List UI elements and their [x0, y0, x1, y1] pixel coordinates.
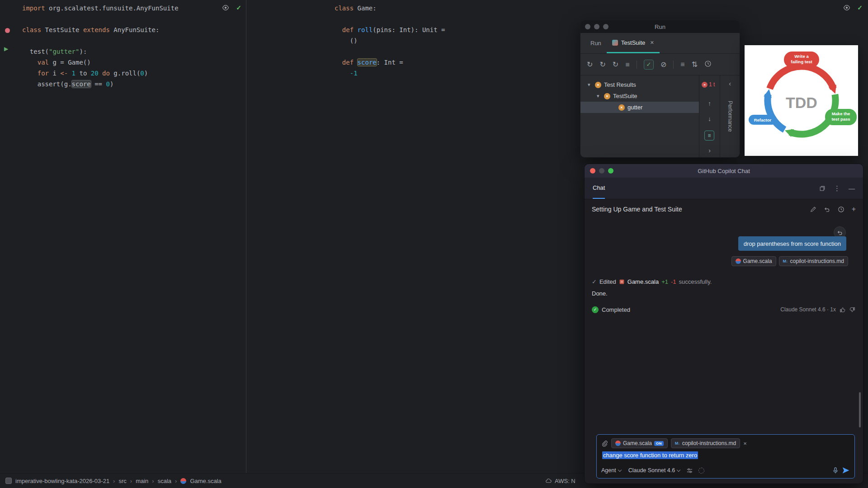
sort-by-duration-icon[interactable]: ⇅	[692, 61, 698, 68]
previous-failed-test-icon[interactable]: ↑	[699, 100, 720, 107]
thumbs-down-icon[interactable]	[849, 306, 856, 313]
chat-scrollbar[interactable]	[859, 392, 861, 427]
close-tab-icon[interactable]: ×	[650, 39, 654, 46]
aws-icon	[545, 478, 552, 484]
no-problems-icon[interactable]: ✓	[857, 4, 863, 11]
tree-label: TestSuite	[613, 93, 637, 99]
minimize-button[interactable]	[599, 168, 604, 174]
testsuite-editor-pane[interactable]: ▶ import org.scalatest.funsuite.AnyFunSu…	[0, 0, 246, 473]
run-window-titlebar[interactable]: Run	[580, 20, 740, 33]
no-problems-icon[interactable]: ✓	[236, 4, 241, 11]
minimize-button[interactable]	[594, 24, 599, 29]
crumb-scala[interactable]: scala	[158, 478, 171, 484]
mode-dropdown[interactable]: Agent	[601, 467, 621, 474]
stop-icon[interactable]: ■	[625, 61, 630, 68]
crumb-file[interactable]: Game.scala	[190, 478, 221, 484]
run-window-body: ▾ × Test Results ▾ × TestSuite × gutter …	[580, 75, 740, 157]
more-actions-icon[interactable]: ⋮	[834, 184, 840, 192]
red-arc	[770, 66, 834, 89]
attachment-chip-game-scala[interactable]: Game.scala	[731, 256, 776, 266]
thumbs-up-icon[interactable]	[839, 306, 846, 313]
autoscroll-to-source-icon[interactable]: ≡	[704, 131, 714, 141]
voice-input-icon[interactable]	[832, 467, 839, 474]
step-label: Refactor	[754, 117, 772, 122]
error-count-badge: × 1 t	[702, 81, 722, 88]
chat-session-title: Setting Up Game and Test Suite	[592, 206, 682, 213]
run-toolbar: ↻ ↻ ↻ ■ ✓ ⊘ ≡ ⇅	[580, 54, 740, 75]
chevron-down-icon	[618, 468, 621, 471]
tdd-center-label: TDD	[786, 94, 817, 111]
send-icon[interactable]	[842, 466, 850, 474]
zoom-button[interactable]	[608, 168, 613, 174]
sort-alphabetically-icon[interactable]: ≡	[680, 61, 684, 68]
model-dropdown[interactable]: Claude Sonnet 4.6	[628, 467, 680, 474]
breadcrumb-separator: ›	[175, 478, 177, 484]
error-icon: ×	[702, 82, 708, 88]
tree-row-gutter[interactable]: × gutter	[580, 102, 699, 113]
tab-chat-label: Chat	[593, 184, 605, 191]
window-title: GitHub Copilot Chat	[585, 168, 863, 174]
next-failed-test-icon[interactable]: ↓	[699, 115, 720, 122]
class-run-gutter-icon[interactable]	[5, 28, 10, 33]
tree-row-testsuite[interactable]: ▾ × TestSuite	[580, 90, 699, 102]
run-tab-bar: Run TestSuite ×	[580, 33, 740, 54]
statusbar-aws-widget[interactable]: AWS: N	[545, 478, 576, 484]
chevron-down-icon[interactable]: ▾	[597, 93, 601, 99]
toolbar-separator	[673, 61, 674, 69]
open-in-editor-icon[interactable]	[819, 185, 826, 192]
chevron-down-icon	[677, 468, 680, 471]
step-label: test pass	[831, 117, 850, 122]
lines-removed: -1	[671, 278, 676, 285]
inspections-eye-icon[interactable]	[222, 4, 230, 12]
collapse-icon[interactable]: ‹	[720, 80, 740, 87]
rerun-tests-icon[interactable]: ↻	[587, 61, 593, 68]
chip-label: copilot-instructions.md	[790, 258, 844, 264]
scala-file-icon	[180, 478, 186, 484]
show-passed-toggle-icon[interactable]: ✓	[644, 60, 654, 70]
edited-file-link[interactable]: Game.scala	[627, 278, 659, 285]
new-chat-icon[interactable]: +	[852, 205, 856, 213]
tree-label: Test Results	[604, 81, 636, 88]
expand-icon[interactable]: ›	[699, 147, 720, 154]
chip-on-badge: ON	[654, 441, 664, 446]
run-test-gutter-icon[interactable]: ▶	[4, 46, 8, 52]
crumb-project[interactable]: imperative-bowling-kata-2026-03-21	[15, 478, 109, 484]
input-chip-instructions[interactable]: M↓ copilot-instructions.md	[671, 438, 740, 448]
tab-run[interactable]: Run	[585, 33, 607, 53]
test-failed-icon: ×	[618, 104, 625, 111]
chip-label: Game.scala	[743, 258, 772, 264]
performance-tab-label[interactable]: Performance	[727, 101, 733, 132]
tree-row-test-results[interactable]: ▾ × Test Results	[580, 79, 699, 90]
tab-testsuite[interactable]: TestSuite ×	[607, 33, 660, 53]
rerun-failed-tests-icon[interactable]: ↻	[599, 61, 605, 68]
paperclip-icon[interactable]	[601, 440, 608, 447]
toggle-auto-test-icon[interactable]: ↻	[613, 61, 618, 68]
edit-chat-icon[interactable]	[810, 206, 816, 213]
zoom-button[interactable]	[603, 24, 609, 29]
inspections-eye-icon[interactable]	[843, 4, 851, 12]
close-button[interactable]	[585, 24, 590, 29]
show-ignored-icon[interactable]: ⊘	[660, 61, 666, 68]
test-history-icon[interactable]	[704, 60, 712, 69]
tab-chat[interactable]: Chat	[593, 178, 605, 199]
undo-icon[interactable]	[824, 206, 830, 213]
chevron-down-icon[interactable]: ▾	[588, 82, 592, 88]
step-label: failing test	[791, 59, 812, 64]
copilot-titlebar[interactable]: GitHub Copilot Chat	[585, 164, 863, 178]
chat-history-icon[interactable]	[838, 206, 844, 213]
crumb-main[interactable]: main	[136, 478, 148, 484]
remove-attachment-icon[interactable]: ×	[743, 440, 747, 447]
game-code[interactable]: class Game: def roll(pins: Int): Unit = …	[335, 3, 445, 79]
scala-icon	[615, 441, 621, 446]
testsuite-code[interactable]: import org.scalatest.funsuite.AnyFunSuit…	[22, 3, 179, 89]
chat-input-field[interactable]: change score function to return zero	[597, 448, 854, 459]
run-config-icon	[612, 40, 618, 46]
chat-tab-bar: Chat ⋮ —	[585, 178, 863, 199]
crumb-src[interactable]: src	[118, 478, 126, 484]
attachment-chip-instructions[interactable]: M↓ copilot-instructions.md	[779, 256, 848, 266]
minimize-panel-icon[interactable]: —	[849, 185, 855, 192]
chat-input-box[interactable]: Game.scala ON M↓ copilot-instructions.md…	[596, 434, 855, 479]
tools-icon[interactable]	[686, 467, 693, 474]
input-chip-game-scala[interactable]: Game.scala ON	[611, 438, 668, 448]
close-button[interactable]	[590, 168, 595, 174]
